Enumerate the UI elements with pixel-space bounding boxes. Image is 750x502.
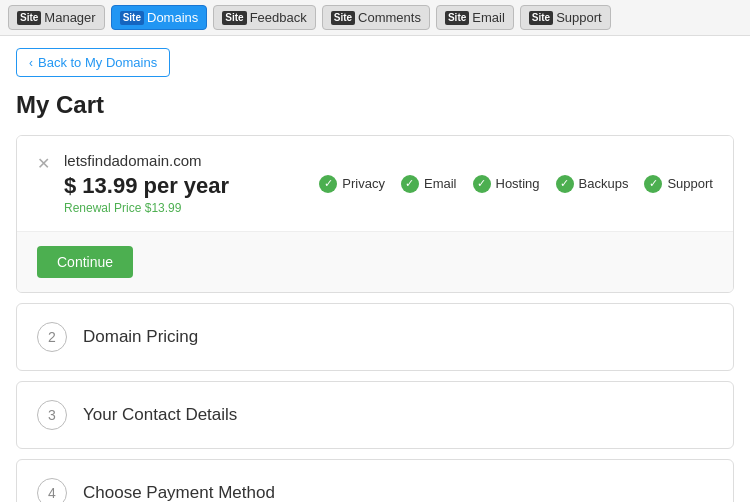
close-icon[interactable]: ✕ — [37, 154, 50, 173]
renewal-price: Renewal Price $13.99 — [64, 201, 229, 215]
feature-label-privacy: Privacy — [342, 176, 385, 191]
nav-item-manager[interactable]: Site Manager — [8, 5, 105, 30]
page-title: My Cart — [16, 91, 734, 119]
feature-email: ✓ Email — [401, 175, 457, 193]
check-icon-backups: ✓ — [556, 175, 574, 193]
nav-item-comments[interactable]: Site Comments — [322, 5, 430, 30]
domain-name: letsfindadomain.com — [64, 152, 229, 169]
chevron-left-icon: ‹ — [29, 56, 33, 70]
continue-button[interactable]: Continue — [37, 246, 133, 278]
nav-label-support: Support — [556, 10, 602, 25]
check-icon-hosting: ✓ — [473, 175, 491, 193]
nav-badge-comments: Site — [331, 11, 355, 25]
nav-label-email: Email — [472, 10, 505, 25]
nav-badge-domains: Site — [120, 11, 144, 25]
features-row: ✓ Privacy ✓ Email ✓ Hosting ✓ Backups — [319, 175, 713, 193]
cart-item-details: letsfindadomain.com $ 13.99 per year Ren… — [64, 152, 229, 215]
check-icon-email: ✓ — [401, 175, 419, 193]
step-card-3: 3 Your Contact Details — [16, 381, 734, 449]
feature-label-support: Support — [667, 176, 713, 191]
step-number-4: 4 — [37, 478, 67, 502]
cart-card: ✕ letsfindadomain.com $ 13.99 per year R… — [16, 135, 734, 293]
step-number-3: 3 — [37, 400, 67, 430]
cart-item-main: ✕ letsfindadomain.com $ 13.99 per year R… — [37, 152, 713, 215]
step-label-2: Domain Pricing — [83, 327, 198, 347]
step-label-3: Your Contact Details — [83, 405, 237, 425]
nav-badge-manager: Site — [17, 11, 41, 25]
nav-item-email[interactable]: Site Email — [436, 5, 514, 30]
feature-privacy: ✓ Privacy — [319, 175, 385, 193]
check-icon-support: ✓ — [644, 175, 662, 193]
check-icon-privacy: ✓ — [319, 175, 337, 193]
feature-label-backups: Backups — [579, 176, 629, 191]
top-nav: Site Manager Site Domains Site Feedback … — [0, 0, 750, 36]
nav-item-support[interactable]: Site Support — [520, 5, 611, 30]
feature-hosting: ✓ Hosting — [473, 175, 540, 193]
feature-label-email: Email — [424, 176, 457, 191]
nav-badge-email: Site — [445, 11, 469, 25]
nav-label-comments: Comments — [358, 10, 421, 25]
nav-item-domains[interactable]: Site Domains — [111, 5, 208, 30]
continue-section: Continue — [17, 231, 733, 292]
cart-item-header: ✕ letsfindadomain.com $ 13.99 per year R… — [37, 152, 229, 215]
nav-badge-support: Site — [529, 11, 553, 25]
main-content: ‹ Back to My Domains My Cart ✕ letsfinda… — [0, 36, 750, 502]
nav-badge-feedback: Site — [222, 11, 246, 25]
price-line: $ 13.99 per year — [64, 173, 229, 199]
back-button[interactable]: ‹ Back to My Domains — [16, 48, 170, 77]
nav-item-feedback[interactable]: Site Feedback — [213, 5, 315, 30]
feature-label-hosting: Hosting — [496, 176, 540, 191]
nav-label-domains: Domains — [147, 10, 198, 25]
step-number-2: 2 — [37, 322, 67, 352]
feature-support: ✓ Support — [644, 175, 713, 193]
nav-label-manager: Manager — [44, 10, 95, 25]
step-label-4: Choose Payment Method — [83, 483, 275, 502]
step-card-4: 4 Choose Payment Method — [16, 459, 734, 502]
feature-backups: ✓ Backups — [556, 175, 629, 193]
step-card-2: 2 Domain Pricing — [16, 303, 734, 371]
nav-label-feedback: Feedback — [250, 10, 307, 25]
cart-item-section: ✕ letsfindadomain.com $ 13.99 per year R… — [17, 136, 733, 231]
